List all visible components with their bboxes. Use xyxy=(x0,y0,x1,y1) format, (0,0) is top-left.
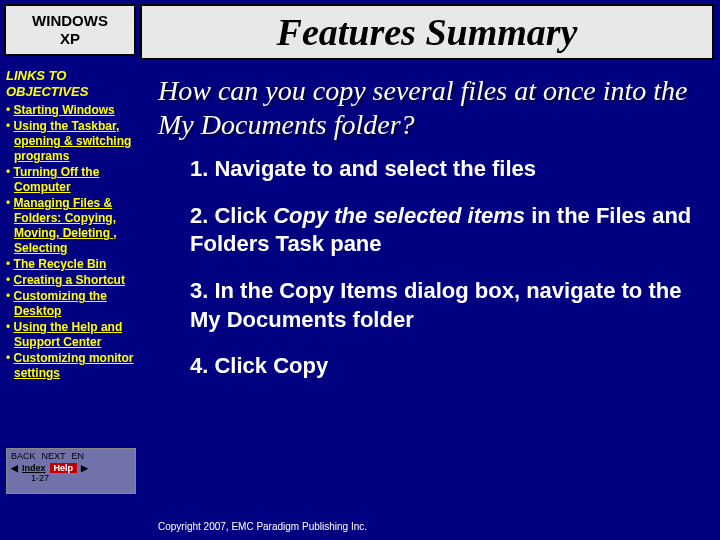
link-item[interactable]: Customizing monitor settings xyxy=(6,351,136,381)
copyright: Copyright 2007, EMC Paradigm Publishing … xyxy=(158,521,367,532)
steps-container: 1. Navigate to and select the files 2. C… xyxy=(140,155,720,381)
link-item[interactable]: Turning Off the Computer xyxy=(6,165,136,195)
sidebar-title-line1: WINDOWS xyxy=(10,12,130,30)
sidebar-title-box: WINDOWS XP xyxy=(4,4,136,56)
nav-overlay: BACK NEXT EN ◀ Index Help ▶ 1-27 xyxy=(6,448,136,494)
step-1: 1. Navigate to and select the files xyxy=(190,155,702,184)
link-item[interactable]: Customizing the Desktop xyxy=(6,289,136,319)
question-text: How can you copy several files at once i… xyxy=(140,64,720,155)
title-box: Features Summary xyxy=(140,4,714,60)
nav-index[interactable]: Index xyxy=(22,463,46,473)
link-item[interactable]: Using the Help and Support Center xyxy=(6,320,136,350)
sidebar-title-line2: XP xyxy=(10,30,130,48)
step-3: 3. In the Copy Items dialog box, navigat… xyxy=(190,277,702,334)
nav-next[interactable]: NEXT xyxy=(42,451,66,461)
nav-en: EN xyxy=(72,451,85,461)
link-item[interactable]: Creating a Shortcut xyxy=(6,273,136,288)
nav-back[interactable]: BACK xyxy=(11,451,36,461)
main-title: Features Summary xyxy=(277,11,578,53)
link-item[interactable]: The Recycle Bin xyxy=(6,257,136,272)
main: Features Summary How can you copy severa… xyxy=(140,0,720,540)
nav-help[interactable]: Help xyxy=(50,463,78,473)
step-2: 2. Click Copy the selected items in the … xyxy=(190,202,702,259)
link-item[interactable]: Starting Windows xyxy=(6,103,136,118)
nav-page: 1-27 xyxy=(11,473,131,483)
link-item[interactable]: Managing Files & Folders: Copying, Movin… xyxy=(6,196,136,256)
step-4: 4. Click Copy xyxy=(190,352,702,381)
links-header: LINKS TO OBJECTIVES xyxy=(0,60,140,103)
links-list: Starting Windows Using the Taskbar, open… xyxy=(0,103,140,381)
link-item[interactable]: Using the Taskbar, opening & switching p… xyxy=(6,119,136,164)
